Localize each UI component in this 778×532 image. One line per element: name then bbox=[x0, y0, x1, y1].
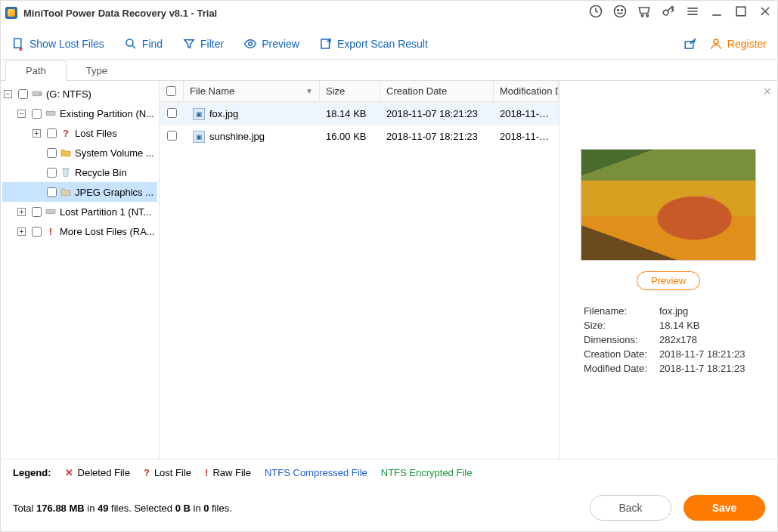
meta-val-size: 18.14 KB bbox=[659, 320, 753, 331]
menu-icon[interactable] bbox=[685, 4, 700, 22]
register-label: Register bbox=[727, 38, 767, 50]
close-button[interactable] bbox=[758, 4, 773, 22]
export-button[interactable]: Export Scan Result bbox=[319, 37, 428, 51]
tree-node-existing[interactable]: − Existing Partition (N... bbox=[2, 104, 157, 123]
folder-icon bbox=[60, 186, 72, 198]
expand-icon[interactable]: + bbox=[17, 227, 26, 236]
support-icon[interactable] bbox=[612, 4, 628, 22]
legend-raw: !Raw File bbox=[205, 467, 251, 478]
col-check[interactable] bbox=[160, 81, 184, 101]
row-checkbox[interactable] bbox=[167, 108, 177, 118]
preview-button[interactable]: Preview bbox=[637, 271, 700, 290]
history-icon[interactable] bbox=[588, 4, 603, 22]
node-checkbox[interactable] bbox=[18, 89, 28, 99]
show-lost-files-button[interactable]: Show Lost Files bbox=[11, 37, 104, 51]
col-filename-label: File Name bbox=[190, 85, 234, 97]
node-checkbox[interactable] bbox=[47, 187, 57, 197]
column-headers: File Name▼ Size Creation Date Modificati… bbox=[160, 81, 559, 102]
footer-bar: Total 176.88 MB in 49 files. Selected 0 … bbox=[1, 486, 777, 531]
file-created-cell: 2018-11-07 18:21:23 bbox=[380, 131, 494, 142]
meta-key-filename: Filename: bbox=[584, 305, 659, 317]
document-x-icon bbox=[11, 37, 25, 51]
legend-bar: Legend: ✕Deleted File ?Lost File !Raw Fi… bbox=[1, 459, 777, 486]
show-lost-files-label: Show Lost Files bbox=[29, 38, 104, 50]
tab-type[interactable]: Type bbox=[67, 61, 127, 80]
tab-path[interactable]: Path bbox=[5, 60, 67, 81]
tree-node-morelost[interactable]: + ! More Lost Files (RA... bbox=[2, 221, 157, 241]
search-icon bbox=[124, 37, 138, 51]
legend-deleted: ✕Deleted File bbox=[65, 467, 130, 478]
disk-icon bbox=[45, 107, 57, 119]
file-list: File Name▼ Size Creation Date Modificati… bbox=[160, 81, 559, 459]
legend-compressed: NTFS Compressed File bbox=[265, 467, 367, 478]
folder-tree[interactable]: − (G: NTFS) − Existing Partition (N... +… bbox=[1, 81, 160, 459]
file-modified-cell: 2018-11-07 ... bbox=[494, 131, 559, 142]
save-button[interactable]: Save bbox=[683, 495, 765, 521]
filter-button[interactable]: Filter bbox=[182, 37, 224, 51]
maximize-button[interactable] bbox=[733, 4, 749, 22]
expand-icon[interactable]: + bbox=[33, 129, 41, 138]
node-checkbox[interactable] bbox=[47, 148, 57, 158]
col-size[interactable]: Size bbox=[320, 81, 380, 101]
export-label: Export Scan Result bbox=[337, 38, 428, 50]
col-modified[interactable]: Modification Dat bbox=[494, 81, 559, 101]
select-all-checkbox[interactable] bbox=[166, 86, 176, 96]
key-icon[interactable] bbox=[661, 4, 676, 22]
col-filename[interactable]: File Name▼ bbox=[184, 81, 320, 101]
meta-val-filename: fox.jpg bbox=[659, 305, 753, 317]
tree-node-svi[interactable]: System Volume ... bbox=[2, 143, 157, 162]
image-file-icon: ▣ bbox=[193, 131, 205, 143]
node-checkbox[interactable] bbox=[32, 109, 42, 119]
cart-icon[interactable] bbox=[637, 4, 652, 22]
collapse-icon[interactable]: − bbox=[17, 110, 26, 118]
tree-node-jpeg[interactable]: JPEG Graphics ... bbox=[2, 182, 157, 202]
file-row[interactable]: ▣fox.jpg 18.14 KB 2018-11-07 18:21:23 20… bbox=[160, 102, 559, 125]
svg-point-9 bbox=[126, 39, 133, 46]
collapse-icon[interactable]: − bbox=[4, 90, 12, 98]
folder-icon bbox=[60, 147, 72, 159]
legend-lost: ?Lost File bbox=[144, 467, 191, 478]
meta-val-created: 2018-11-7 18:21:23 bbox=[659, 348, 753, 360]
file-size-cell: 18.14 KB bbox=[320, 108, 380, 119]
node-checkbox[interactable] bbox=[47, 168, 57, 178]
file-modified-cell: 2018-11-07 ... bbox=[494, 108, 559, 119]
disk-icon bbox=[31, 88, 43, 100]
svg-rect-17 bbox=[46, 209, 55, 213]
tab-strip: Path Type bbox=[1, 60, 777, 81]
svg-point-5 bbox=[646, 15, 649, 17]
node-checkbox[interactable] bbox=[47, 128, 57, 138]
question-folder-icon: ? bbox=[60, 127, 72, 139]
find-button[interactable]: Find bbox=[124, 37, 163, 51]
export-icon bbox=[319, 37, 333, 51]
node-label: Existing Partition (N... bbox=[60, 108, 154, 119]
expand-icon[interactable]: + bbox=[17, 208, 26, 216]
node-label: (G: NTFS) bbox=[46, 88, 91, 100]
svg-rect-7 bbox=[736, 7, 745, 16]
warning-folder-icon: ! bbox=[45, 225, 57, 237]
tree-node-root[interactable]: − (G: NTFS) bbox=[2, 84, 157, 104]
file-name-cell: sunshine.jpg bbox=[209, 131, 265, 142]
back-button[interactable]: Back bbox=[590, 495, 671, 521]
row-checkbox[interactable] bbox=[167, 131, 177, 141]
tree-node-recycle[interactable]: Recycle Bin bbox=[2, 162, 157, 182]
node-label: Lost Partition 1 (NT... bbox=[60, 206, 151, 218]
meta-val-dim: 282x178 bbox=[659, 334, 753, 345]
user-icon bbox=[709, 37, 723, 51]
svg-rect-16 bbox=[46, 111, 55, 115]
share-icon[interactable] bbox=[683, 37, 697, 51]
svg-point-10 bbox=[249, 42, 253, 45]
node-checkbox[interactable] bbox=[32, 227, 42, 237]
tree-node-lostpart[interactable]: + Lost Partition 1 (NT... bbox=[2, 202, 157, 221]
svg-point-13 bbox=[714, 39, 718, 44]
file-row[interactable]: ▣sunshine.jpg 16.00 KB 2018-11-07 18:21:… bbox=[160, 125, 559, 147]
register-button[interactable]: Register bbox=[709, 37, 767, 51]
close-preview-button[interactable]: × bbox=[763, 84, 771, 100]
node-checkbox[interactable] bbox=[32, 207, 42, 217]
meta-key-dim: Dimensions: bbox=[584, 334, 659, 345]
minimize-button[interactable] bbox=[709, 4, 724, 22]
node-label: System Volume ... bbox=[75, 147, 154, 159]
preview-toggle-button[interactable]: Preview bbox=[243, 37, 299, 51]
svg-point-4 bbox=[641, 15, 643, 17]
col-created[interactable]: Creation Date bbox=[380, 81, 494, 101]
tree-node-lostfiles[interactable]: + ? Lost Files bbox=[2, 123, 157, 143]
